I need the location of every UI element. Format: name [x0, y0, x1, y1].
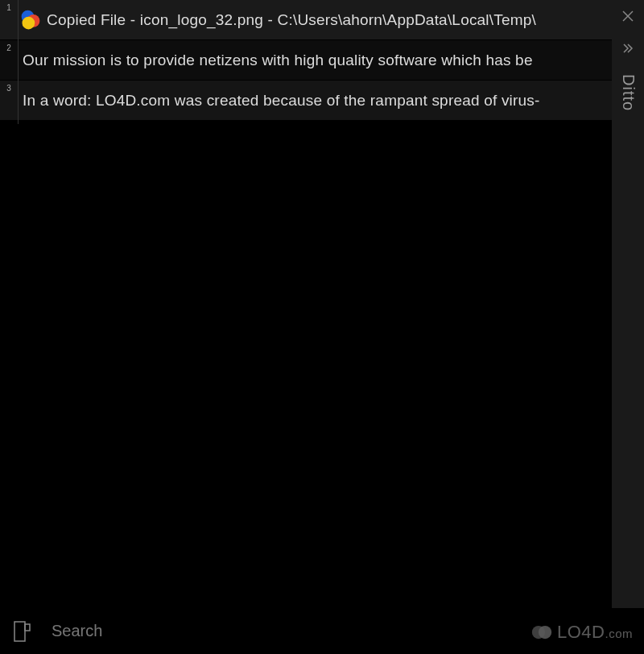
svg-point-2 [23, 16, 35, 29]
svg-rect-6 [25, 624, 30, 631]
svg-rect-5 [14, 622, 25, 641]
clip-item[interactable]: 3 In a word: LO4D.com was created becaus… [0, 81, 612, 121]
chevron-double-right-icon [621, 42, 634, 55]
clip-text: In a word: LO4D.com was created because … [18, 92, 612, 110]
close-button[interactable] [612, 0, 644, 32]
expand-button[interactable] [612, 32, 644, 64]
app-title-vertical: Ditto [619, 74, 638, 111]
index-divider [18, 0, 19, 124]
filter-icon [14, 621, 31, 642]
clip-index: 1 [0, 0, 18, 12]
clip-item[interactable]: 1 Copied File - icon_logo_32.png - C:\Us… [0, 0, 612, 40]
clip-text: Our mission is to provide netizens with … [18, 52, 612, 69]
file-icon [18, 7, 43, 33]
clip-text: Copied File - icon_logo_32.png - C:\User… [47, 11, 612, 29]
close-icon [621, 10, 634, 23]
search-input[interactable] [37, 622, 636, 640]
clip-list: 1 Copied File - icon_logo_32.png - C:\Us… [0, 0, 612, 121]
clip-index: 3 [0, 81, 18, 93]
bottom-bar [0, 608, 644, 654]
filter-button[interactable] [8, 617, 37, 646]
clip-item[interactable]: 2 Our mission is to provide netizens wit… [0, 40, 612, 81]
clip-index: 2 [0, 40, 18, 52]
clipboard-list-area: 1 Copied File - icon_logo_32.png - C:\Us… [0, 0, 612, 608]
side-panel: Ditto [612, 0, 644, 608]
